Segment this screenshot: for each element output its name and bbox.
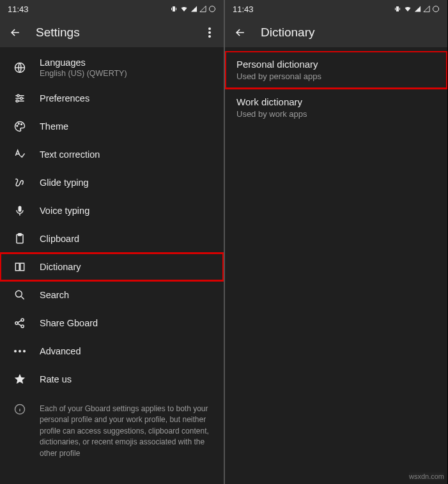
circle-icon <box>208 5 216 13</box>
settings-item-clipboard[interactable]: Clipboard <box>0 225 224 253</box>
settings-item-rate-us[interactable]: Rate us <box>0 365 224 393</box>
svg-rect-27 <box>399 8 400 10</box>
settings-item-share[interactable]: Share Gboard <box>0 309 224 337</box>
item-label: Share Gboard <box>40 318 98 328</box>
vibrate-icon <box>170 5 178 13</box>
arrow-left-icon <box>9 26 22 39</box>
item-label: Theme <box>40 121 68 132</box>
spellcheck-icon <box>13 147 27 162</box>
page-title: Dictionary <box>261 26 440 40</box>
svg-rect-2 <box>176 8 176 10</box>
page-title: Settings <box>36 26 203 40</box>
back-button[interactable] <box>9 26 22 39</box>
search-icon <box>13 288 27 302</box>
arrow-left-icon <box>234 26 247 39</box>
star-icon <box>13 372 27 386</box>
item-label: Preferences <box>40 93 89 103</box>
svg-point-17 <box>15 291 22 297</box>
circle-icon <box>432 5 440 13</box>
svg-point-3 <box>210 6 215 12</box>
svg-point-4 <box>208 27 211 30</box>
svg-point-11 <box>17 125 18 126</box>
svg-rect-14 <box>19 206 22 212</box>
signal-icon <box>414 5 421 13</box>
svg-point-21 <box>14 350 17 352</box>
mic-icon <box>13 204 27 218</box>
status-bar: 11:43 <box>0 0 224 18</box>
wifi-icon <box>403 5 412 13</box>
svg-rect-1 <box>171 8 172 10</box>
more-vert-icon <box>208 27 211 38</box>
item-label: Work dictionary <box>236 96 436 107</box>
share-icon <box>13 316 27 330</box>
gesture-icon <box>13 176 27 190</box>
svg-point-8 <box>17 95 19 96</box>
dictionary-list: Personal dictionary Used by personal app… <box>225 51 447 484</box>
status-time: 11:43 <box>8 4 29 14</box>
item-sub: Used by work apps <box>236 109 436 119</box>
item-label: Glide typing <box>40 178 89 188</box>
settings-item-glide-typing[interactable]: Glide typing <box>0 169 224 197</box>
svg-point-23 <box>23 350 26 352</box>
item-label: Languages <box>40 57 127 68</box>
settings-item-theme[interactable]: Theme <box>0 112 224 140</box>
item-sub: English (US) (QWERTY) <box>40 69 127 78</box>
svg-point-12 <box>19 123 20 125</box>
vibrate-icon <box>394 5 401 13</box>
svg-rect-25 <box>396 6 399 11</box>
signal-icon <box>190 5 197 13</box>
item-sub: Used by personal apps <box>236 72 436 81</box>
svg-rect-26 <box>395 8 396 10</box>
signal-empty-icon <box>199 5 206 13</box>
settings-item-search[interactable]: Search <box>0 281 224 309</box>
globe-icon <box>13 61 27 75</box>
item-label: Search <box>40 290 69 300</box>
app-bar: Dictionary <box>225 18 447 47</box>
book-icon <box>13 260 27 274</box>
settings-item-text-correction[interactable]: Text correction <box>0 140 224 169</box>
svg-point-9 <box>20 97 22 99</box>
item-label: Personal dictionary <box>236 59 436 70</box>
wifi-icon <box>180 5 189 13</box>
watermark: wsxdn.com <box>409 473 444 480</box>
app-bar: Settings <box>0 18 224 47</box>
back-button[interactable] <box>234 26 247 39</box>
signal-empty-icon <box>423 5 430 13</box>
svg-point-10 <box>16 100 18 102</box>
svg-point-6 <box>208 35 211 38</box>
svg-point-28 <box>433 6 439 12</box>
footer-text: Each of your Gboard settings applies to … <box>40 404 212 459</box>
dictionary-item-work[interactable]: Work dictionary Used by work apps <box>225 89 447 126</box>
item-label: Rate us <box>40 374 72 384</box>
item-label: Dictionary <box>40 262 81 272</box>
settings-item-preferences[interactable]: Preferences <box>0 84 224 112</box>
status-time: 11:43 <box>233 4 254 14</box>
status-icons <box>170 5 216 13</box>
overflow-menu-button[interactable] <box>203 26 216 39</box>
more-horiz-icon <box>13 344 27 358</box>
settings-list: LanguagesEnglish (US) (QWERTY) Preferenc… <box>0 51 224 484</box>
info-icon <box>13 402 27 416</box>
clipboard-icon <box>13 232 27 246</box>
dictionary-item-personal[interactable]: Personal dictionary Used by personal app… <box>225 51 447 89</box>
svg-rect-0 <box>173 6 175 11</box>
status-icons <box>394 5 440 13</box>
item-label: Clipboard <box>40 234 79 244</box>
settings-screen: 11:43 Settings LanguagesEnglish (US) (QW… <box>0 0 224 484</box>
item-label: Voice typing <box>40 206 89 216</box>
profile-info-footer: Each of your Gboard settings applies to … <box>0 393 224 465</box>
item-label: Text correction <box>40 149 100 160</box>
settings-item-advanced[interactable]: Advanced <box>0 337 224 365</box>
svg-point-13 <box>21 124 22 125</box>
settings-item-dictionary[interactable]: Dictionary <box>0 253 224 281</box>
settings-item-voice-typing[interactable]: Voice typing <box>0 197 224 225</box>
sliders-icon <box>13 91 27 105</box>
settings-item-languages[interactable]: LanguagesEnglish (US) (QWERTY) <box>0 51 224 84</box>
dictionary-screen: 11:43 Dictionary Personal dictionary Use… <box>224 0 447 484</box>
svg-point-5 <box>208 31 211 34</box>
status-bar: 11:43 <box>225 0 447 18</box>
svg-rect-16 <box>19 234 22 236</box>
item-label: Advanced <box>40 346 81 356</box>
palette-icon <box>13 119 27 133</box>
svg-point-22 <box>19 350 21 352</box>
